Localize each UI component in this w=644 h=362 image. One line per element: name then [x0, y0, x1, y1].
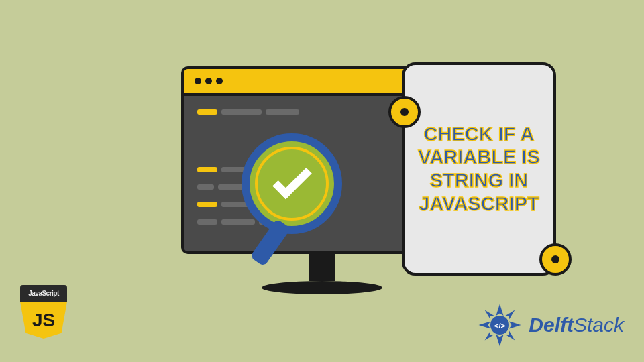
title-text: CHECK IF A VARIABLE IS STRING IN JAVASCR… [418, 123, 540, 216]
brand-light: Stack [574, 314, 624, 336]
delftstack-logo: </> DelftStack [476, 302, 624, 349]
monitor-base [262, 281, 382, 294]
decorative-bolt-icon [388, 96, 421, 128]
brand-name: DelftStack [529, 314, 624, 337]
monitor-graphic: </> [181, 66, 463, 281]
checkmark-icon [272, 160, 312, 200]
window-control-dot [205, 78, 212, 84]
decorative-bolt-icon [539, 243, 572, 276]
js-logo-label: JavaScript [20, 285, 67, 302]
main-illustration: </> [181, 66, 463, 281]
magnifying-glass-icon [241, 133, 342, 234]
code-token [266, 109, 299, 115]
mandala-icon: </> [476, 302, 523, 349]
javascript-logo: JavaScript JS [20, 285, 74, 349]
monitor-stand [309, 254, 335, 281]
code-token [221, 109, 262, 115]
brand-bold: Delft [529, 314, 574, 336]
code-token [197, 109, 217, 115]
window-control-dot [195, 78, 201, 84]
svg-text:</>: </> [494, 322, 506, 330]
code-token [197, 202, 217, 207]
title-callout: CHECK IF A VARIABLE IS STRING IN JAVASCR… [402, 62, 556, 276]
js-logo-short: JS [20, 302, 67, 339]
code-token [197, 184, 214, 190]
code-token [197, 167, 217, 172]
code-token [197, 219, 217, 225]
window-control-dot [216, 78, 223, 84]
